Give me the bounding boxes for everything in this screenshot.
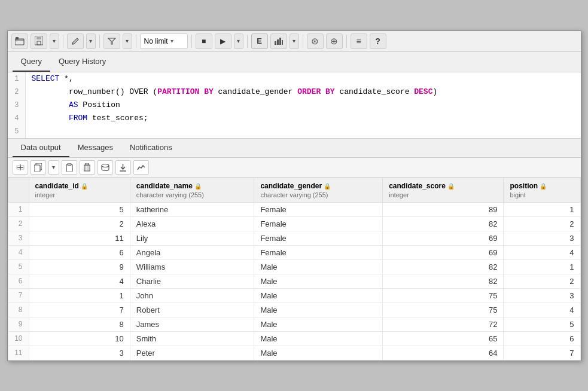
copy-btn[interactable] <box>31 160 46 175</box>
code-token: candidate_gender <box>214 87 297 96</box>
scratch-btn2[interactable]: ⊕ <box>326 33 343 49</box>
candidate-score-cell: 69 <box>383 245 504 259</box>
sep4 <box>191 35 192 48</box>
lock-icon-3: 🔒 <box>324 183 331 190</box>
download-btn[interactable] <box>115 160 131 175</box>
row-number-cell: 3 <box>8 231 29 245</box>
col-header-candidate-id[interactable]: candidate_id🔒 integer <box>29 178 130 202</box>
run-btn[interactable]: ▶ <box>215 33 231 49</box>
code-token: DESC <box>414 87 432 96</box>
chevron-icon: ▾ <box>170 38 173 44</box>
table-row[interactable]: 113PeterMale647 <box>8 346 580 360</box>
position-cell: 3 <box>504 231 580 245</box>
chart-dropdown-btn[interactable]: ▾ <box>290 33 299 49</box>
filter-btn[interactable] <box>103 33 120 49</box>
position-cell: 6 <box>504 331 580 346</box>
db-btn[interactable] <box>98 160 113 175</box>
col-header-candidate-gender[interactable]: candidate_gender🔒 character varying (255… <box>254 178 383 202</box>
candidate-gender-cell: Female <box>254 231 383 245</box>
help-btn[interactable]: ? <box>370 33 386 49</box>
candidate-name-cell: Lily <box>130 231 254 245</box>
table-row[interactable]: 1010SmithMale656 <box>8 331 580 346</box>
code-token: candidate_score <box>335 87 415 96</box>
no-limit-dropdown[interactable]: No limit ▾ <box>140 33 188 49</box>
save-btn[interactable] <box>31 33 47 49</box>
explain-btn[interactable]: E <box>251 33 268 49</box>
table-row[interactable]: 311LilyFemale693 <box>8 231 580 245</box>
query-tabs: Query Query History <box>8 52 581 72</box>
code-content: SELECT *, <box>26 72 74 85</box>
tab-query[interactable]: Query <box>13 52 50 72</box>
candidate-id-cell: 7 <box>29 303 130 317</box>
candidate-gender-cell: Male <box>254 303 383 317</box>
scratch-btn1[interactable]: ⊛ <box>307 33 324 49</box>
candidate-name-cell: Charlie <box>130 274 254 288</box>
code-content: FROM test_scores; <box>26 112 148 125</box>
table-row[interactable]: 15katherineFemale891 <box>8 202 580 216</box>
candidate-name-cell: Alexa <box>130 216 254 231</box>
position-cell: 3 <box>504 288 580 303</box>
chart-btn[interactable] <box>270 33 287 49</box>
copy-dropdown-btn[interactable]: ▾ <box>48 160 59 175</box>
row-number-cell: 11 <box>8 346 29 360</box>
sep5 <box>247 35 248 48</box>
table-row[interactable]: 87RobertMale754 <box>8 303 580 317</box>
candidate-id-cell: 2 <box>29 216 130 231</box>
candidate-gender-cell: Male <box>254 259 383 274</box>
row-number-cell: 9 <box>8 317 29 331</box>
tab-messages[interactable]: Messages <box>69 139 121 157</box>
position-cell: 2 <box>504 216 580 231</box>
filter-dropdown-btn[interactable]: ▾ <box>123 33 132 49</box>
candidate-score-cell: 72 <box>383 317 504 331</box>
main-toolbar: ▾ ▾ ▾ No limit ▾ ■ ▶ ▾ E ▾ ⊛ ⊕ ≡ ? <box>8 31 581 52</box>
code-token <box>32 114 69 123</box>
code-editor[interactable]: 1SELECT *,2 row_number() OVER (PARTITION… <box>8 72 581 139</box>
candidate-gender-cell: Male <box>254 331 383 346</box>
candidate-score-cell: 65 <box>383 331 504 346</box>
candidate-gender-cell: Female <box>254 216 383 231</box>
candidate-id-cell: 1 <box>29 288 130 303</box>
table-row[interactable]: 71JohnMale753 <box>8 288 580 303</box>
col-header-candidate-score[interactable]: candidate_score🔒 integer <box>383 178 504 202</box>
candidate-id-cell: 4 <box>29 274 130 288</box>
add-row-btn[interactable] <box>13 160 28 175</box>
candidate-score-cell: 69 <box>383 231 504 245</box>
save-dropdown-btn[interactable]: ▾ <box>50 33 59 49</box>
delete-btn[interactable] <box>80 160 95 175</box>
open-file-btn[interactable] <box>11 33 28 49</box>
tab-notifications[interactable]: Notifications <box>121 139 181 157</box>
candidate-score-cell: 82 <box>383 216 504 231</box>
candidate-gender-cell: Male <box>254 317 383 331</box>
candidate-name-cell: Smith <box>130 331 254 346</box>
table-row[interactable]: 98JamesMale725 <box>8 317 580 331</box>
candidate-id-cell: 3 <box>29 346 130 360</box>
run-dropdown-btn[interactable]: ▾ <box>234 33 243 49</box>
col-header-position[interactable]: position🔒 bigint <box>504 178 580 202</box>
code-token: FROM <box>69 114 87 123</box>
edit-btn[interactable] <box>67 33 84 49</box>
code-token <box>32 100 69 109</box>
table-row[interactable]: 46AngelaFemale694 <box>8 245 580 259</box>
edit-dropdown-btn[interactable]: ▾ <box>86 33 96 49</box>
svg-rect-4 <box>37 41 41 45</box>
position-cell: 4 <box>504 303 580 317</box>
candidate-score-cell: 89 <box>383 202 504 216</box>
code-token: Position <box>78 100 120 109</box>
graph-btn[interactable] <box>133 160 149 175</box>
position-cell: 2 <box>504 274 580 288</box>
result-toolbar: ▾ <box>8 158 581 178</box>
code-token: SELECT <box>32 74 65 83</box>
table-row[interactable]: 64CharlieMale822 <box>8 274 580 288</box>
tab-data-output[interactable]: Data output <box>13 139 69 157</box>
table-row[interactable]: 59WilliamsMale821 <box>8 259 580 274</box>
col-header-candidate-name[interactable]: candidate_name🔒 character varying (255) <box>130 178 254 202</box>
table-row[interactable]: 22AlexaFemale822 <box>8 216 580 231</box>
svg-rect-6 <box>277 39 279 45</box>
data-output-panel: candidate_id🔒 integer candidate_name🔒 ch… <box>8 178 581 361</box>
row-number-cell: 2 <box>8 216 29 231</box>
stop-btn[interactable]: ■ <box>196 33 212 49</box>
candidate-id-cell: 5 <box>29 202 130 216</box>
list-btn[interactable]: ≡ <box>351 33 367 49</box>
tab-query-history[interactable]: Query History <box>50 52 114 72</box>
paste-btn[interactable] <box>62 160 77 175</box>
